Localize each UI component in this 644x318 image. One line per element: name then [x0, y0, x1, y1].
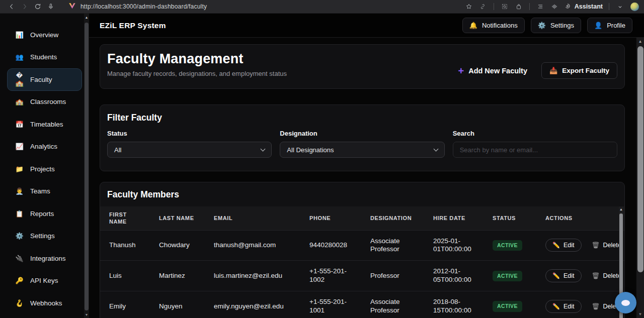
address-bar[interactable]: http://localhost:3000/admin-dashboard/fa… — [68, 2, 207, 12]
sidebar-item-reports[interactable]: 📋 Reports — [7, 202, 82, 225]
settings-button[interactable]: ⚙️ Settings — [531, 18, 581, 33]
edit-label: Edit — [564, 303, 575, 310]
reading-list-icon[interactable] — [534, 1, 547, 12]
search-input[interactable] — [453, 142, 617, 158]
sidebar-item-analytics[interactable]: 📈 Analytics — [7, 136, 82, 158]
link-icon[interactable] — [476, 1, 490, 12]
chevron-down-icon[interactable] — [613, 1, 626, 12]
browser-profile-avatar[interactable] — [630, 3, 639, 11]
scroll-up-icon[interactable]: ▲ — [84, 16, 89, 19]
trash-icon: 🗑️ — [592, 303, 600, 309]
microphone-icon[interactable] — [44, 1, 57, 12]
reload-icon[interactable] — [31, 1, 44, 12]
page-scrollbar[interactable]: ▲ ▼ — [636, 38, 644, 318]
sidebar-scrollbar[interactable]: ▲ ▼ — [84, 14, 89, 318]
sidebar-item-webhooks[interactable]: 🪝 Webhooks — [7, 292, 82, 314]
trash-icon: 🗑️ — [592, 242, 600, 248]
sidebar-item-label: Settings — [30, 232, 55, 240]
status-select[interactable]: All — [107, 142, 272, 158]
pencil-icon: ✏️ — [552, 303, 560, 309]
edit-label: Edit — [564, 242, 575, 249]
assistant-logo-icon — [564, 3, 571, 11]
cell-hire-date: 2018-08-15T00:00:00 — [424, 291, 484, 318]
divider — [529, 3, 530, 10]
cell-actions: ✏️ Edit 🗑️ Delete — [536, 230, 624, 261]
edit-button[interactable]: ✏️ Edit — [545, 239, 582, 252]
column-header: HIRE DATE — [424, 206, 484, 230]
sidebar-item-icon: 📋 — [15, 210, 24, 218]
cell-email: luis.martinez@ezil.edu — [205, 261, 300, 291]
designation-select-value: All Designations — [287, 146, 334, 154]
column-header: ACTIONS — [536, 206, 624, 230]
profile-button[interactable]: 👤 Profile — [587, 18, 632, 33]
screenshot-icon[interactable] — [498, 1, 511, 12]
sidebar-item-faculty[interactable]: �🏫 Faculty — [7, 68, 82, 91]
export-faculty-button[interactable]: 📥 Export Faculty — [541, 62, 617, 79]
column-header: PHONE — [300, 206, 361, 230]
chat-widget-button[interactable] — [615, 292, 636, 313]
add-new-faculty-button[interactable]: + Add New Faculty — [455, 66, 530, 75]
designation-select[interactable]: All Designations — [280, 142, 444, 158]
export-inbox-icon: 📥 — [549, 67, 557, 74]
scroll-up-icon[interactable]: ▲ — [636, 39, 644, 44]
sidebar-item-api-keys[interactable]: 🔑 API Keys — [7, 270, 82, 292]
sidebar-item-label: Reports — [30, 210, 54, 218]
scroll-down-icon[interactable]: ▼ — [84, 313, 89, 316]
edit-button[interactable]: ✏️ Edit — [545, 269, 582, 282]
search-label: Search — [453, 130, 617, 137]
table-row: Thanush Chowdary thanush@gmail.com 94402… — [100, 230, 624, 261]
divider — [494, 3, 494, 10]
sidebar-item-label: Projects — [30, 165, 55, 173]
url-text: http://localhost:3000/admin-dashboard/fa… — [80, 3, 207, 10]
sidebar-item-classrooms[interactable]: 🏫 Classrooms — [7, 91, 82, 114]
scroll-down-icon[interactable]: ▼ — [636, 312, 644, 316]
sidebar-item-integrations[interactable]: 🔌 Integrations — [7, 247, 82, 270]
sidebar-item-projects[interactable]: 📁 Projects — [7, 158, 82, 180]
table-row: Emily Nguyen emily.nguyen@ezil.edu +1-55… — [100, 291, 624, 318]
cell-designation: Associate Professor — [361, 291, 424, 318]
notifications-button[interactable]: 🔔 Notifications — [462, 18, 525, 33]
sidebar-item-label: Students — [30, 53, 57, 61]
sidebar-scrollbar-thumb[interactable] — [85, 23, 89, 310]
cell-email: thanush@gmail.com — [205, 230, 300, 261]
extensions-puzzle-icon[interactable] — [512, 1, 525, 12]
cell-hire-date: 2025-01-01T00:00:00 — [424, 230, 484, 261]
sidebar-item-teams[interactable]: 👨‍💼 Teams — [7, 180, 82, 203]
cell-phone: 9440280028 — [300, 230, 361, 261]
header-button-icon: 🔔 — [469, 22, 477, 29]
trash-icon: 🗑️ — [592, 273, 600, 279]
assistant-button[interactable]: Assistant — [562, 3, 605, 11]
chat-bubble-icon — [621, 300, 630, 306]
sidebar-item-timetables[interactable]: 📅 Timetables — [7, 113, 82, 136]
sidebar-item-label: Integrations — [30, 255, 66, 262]
sidebar-item-settings[interactable]: ⚙️ Settings — [7, 225, 82, 248]
page-subtitle: Manage faculty records, designations, an… — [107, 70, 287, 77]
back-icon[interactable] — [5, 1, 18, 12]
assistant-label: Assistant — [575, 3, 603, 10]
sidebar-item-icon: 📈 — [15, 143, 24, 150]
sidebar-item-icon: 📊 — [15, 31, 24, 39]
forward-icon[interactable] — [18, 1, 31, 12]
header-button-icon: ⚙️ — [538, 22, 546, 29]
column-header: LAST NAME — [150, 206, 205, 230]
cell-last-name: Martinez — [150, 261, 205, 291]
cell-status: ACTIVE — [484, 291, 536, 318]
cell-designation: Associate Professor — [361, 230, 424, 261]
sidebar-item-students[interactable]: 👥 Students — [7, 46, 82, 69]
waveform-icon[interactable] — [548, 1, 561, 12]
edit-button[interactable]: ✏️ Edit — [545, 300, 582, 313]
cell-first-name: Luis — [100, 261, 150, 291]
cell-last-name: Nguyen — [150, 291, 205, 318]
scroll-up-icon[interactable]: ▲ — [619, 207, 623, 211]
export-faculty-label: Export Faculty — [562, 67, 609, 74]
header-button-icon: 👤 — [594, 22, 602, 29]
page-scrollbar-thumb[interactable] — [637, 46, 643, 272]
cell-status: ACTIVE — [484, 261, 536, 291]
plus-icon: + — [458, 67, 464, 75]
sidebar-item-label: Analytics — [30, 143, 57, 150]
sidebar-item-overview[interactable]: 📊 Overview — [7, 24, 82, 46]
sidebar-item-label: Classrooms — [30, 98, 66, 105]
edit-label: Edit — [564, 272, 575, 279]
bookmark-star-icon[interactable] — [462, 1, 475, 12]
cell-designation: Professor — [361, 261, 424, 291]
